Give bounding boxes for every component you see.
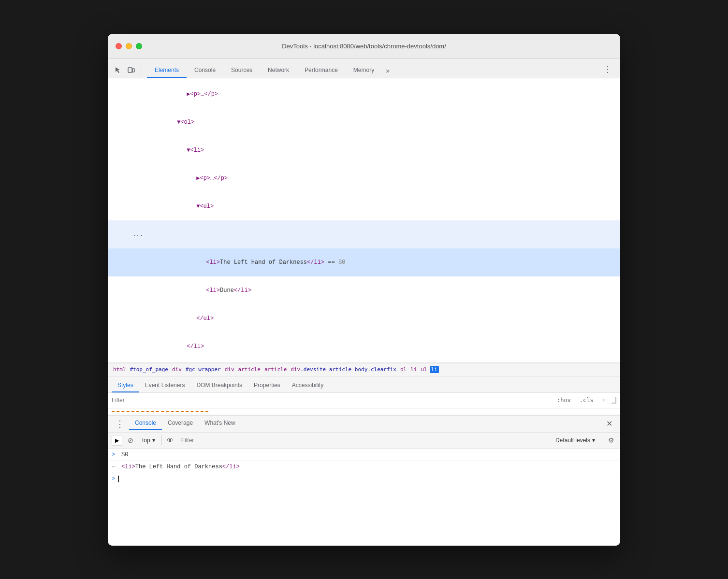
console-cursor [118, 476, 119, 482]
resize-handle[interactable] [612, 397, 616, 404]
svg-rect-0 [128, 68, 132, 72]
cls-button[interactable]: .cls [577, 396, 597, 405]
toolbar-divider2 [603, 435, 603, 445]
toolbar-icons [112, 64, 143, 78]
breadcrumb-item-li1[interactable]: li [409, 366, 418, 373]
breadcrumb-item-ol[interactable]: ol [399, 366, 408, 373]
add-style-button[interactable]: + [599, 396, 609, 405]
dom-line[interactable]: </li> [108, 333, 620, 361]
dom-line[interactable]: ▼<ol> [108, 108, 620, 136]
console-tab-whats-new[interactable]: What's New [199, 417, 241, 430]
tab-memory[interactable]: Memory [346, 64, 382, 78]
tab-divider [141, 65, 141, 75]
styles-filter-input[interactable] [112, 397, 554, 404]
tab-elements[interactable]: Elements [147, 64, 187, 78]
more-tabs-button[interactable]: » [382, 64, 393, 78]
console-return-gutter: ← [112, 463, 121, 471]
close-button[interactable] [116, 43, 122, 49]
device-icon[interactable] [125, 64, 137, 76]
main-tabbar: Elements Console Sources Network Perform… [108, 59, 620, 78]
console-run-button[interactable]: ▶ [112, 435, 122, 446]
console-clear-button[interactable]: ⊘ [125, 435, 136, 446]
console-filter-input[interactable] [178, 436, 550, 445]
devtools-menu-button[interactable]: ⋮ [599, 61, 616, 78]
styles-filter-bar: :hov .cls + [108, 393, 620, 408]
breadcrumb-item-gc-wrapper[interactable]: #gc-wrapper [184, 366, 222, 373]
console-expression-0: $0 [121, 450, 616, 459]
console-return-line-1: ← <li>The Left Hand of Darkness</li> [108, 461, 620, 473]
breadcrumb-item-ul[interactable]: ul [419, 366, 428, 373]
dom-tree-panel: ▶<p>…</p> ▼<ol> ▼<li> ▶<p>…</p> ▼<ul> ..… [108, 78, 620, 363]
console-context-selector[interactable]: top ▾ [139, 435, 159, 445]
console-section: ⋮ Console Coverage What's New ✕ ▶ ⊘ top [108, 415, 620, 546]
svg-rect-1 [132, 69, 134, 72]
window-title: DevTools - localhost:8080/web/tools/chro… [282, 43, 446, 50]
dashed-indicator-bar [108, 408, 620, 415]
tab-sources[interactable]: Sources [223, 64, 260, 78]
tab-console[interactable]: Console [187, 64, 223, 78]
minimize-button[interactable] [126, 43, 132, 49]
dom-line-dots[interactable]: ... [108, 220, 620, 248]
breadcrumb-item-article1[interactable]: article [237, 366, 262, 373]
console-output: > $0 ← <li>The Left Hand of Darkness</li… [108, 449, 620, 546]
tab-styles[interactable]: Styles [112, 379, 139, 392]
console-tab-coverage[interactable]: Coverage [162, 417, 199, 430]
console-toolbar: ▶ ⊘ top ▾ 👁 Default levels ▾ ⚙ [108, 433, 620, 449]
hov-button[interactable]: :hov [554, 396, 574, 405]
console-input-prompt: > [112, 475, 115, 483]
dom-line[interactable]: ▼<li> [108, 136, 620, 164]
dashed-border-indicator [112, 411, 208, 412]
zoom-button[interactable] [136, 43, 142, 49]
breadcrumb-bar: html #top_of_page div #gc-wrapper div ar… [108, 363, 620, 376]
breadcrumb-item-div-class[interactable]: div.devsite-article-body.clearfix [289, 366, 398, 373]
breadcrumb-item-div2[interactable]: div [223, 366, 236, 373]
console-current-input[interactable]: > [108, 473, 620, 485]
dom-line[interactable]: ▼<ul> [108, 192, 620, 220]
console-levels-selector[interactable]: Default levels ▾ [553, 436, 598, 445]
traffic-lights [116, 43, 142, 49]
breadcrumb-item-div1[interactable]: div [171, 366, 183, 373]
console-return-value-1: <li>The Left Hand of Darkness</li> [121, 463, 616, 471]
console-settings-button[interactable]: ⚙ [606, 435, 616, 445]
tab-accessibility[interactable]: Accessibility [286, 379, 329, 392]
dom-line[interactable]: ▶<p>…</p> [108, 164, 620, 192]
console-input-line-1: > $0 [108, 449, 620, 461]
titlebar: DevTools - localhost:8080/web/tools/chro… [108, 34, 620, 59]
console-tab-console[interactable]: Console [129, 417, 162, 430]
dom-line[interactable]: <li>Dune</li> [108, 276, 620, 304]
breadcrumb-item-top-of-page[interactable]: #top_of_page [129, 366, 170, 373]
tab-performance[interactable]: Performance [297, 64, 346, 78]
console-eye-button[interactable]: 👁 [165, 435, 175, 445]
tab-event-listeners[interactable]: Event Listeners [139, 379, 191, 392]
toolbar-divider [161, 435, 162, 445]
breadcrumb-item-li2[interactable]: li [430, 366, 439, 373]
breadcrumb-item-article2[interactable]: article [263, 366, 288, 373]
dom-line[interactable]: ▶<p>…</p> [108, 80, 620, 108]
inspect-icon[interactable] [112, 64, 123, 76]
console-close-button[interactable]: ✕ [602, 417, 616, 430]
console-gutter-prompt: > [112, 450, 121, 459]
dom-line[interactable]: </ul> [108, 304, 620, 333]
tab-network[interactable]: Network [260, 64, 297, 78]
console-tabbar: ⋮ Console Coverage What's New ✕ [108, 415, 620, 433]
devtools-window: DevTools - localhost:8080/web/tools/chro… [108, 34, 620, 546]
console-more-menu[interactable]: ⋮ [112, 417, 129, 431]
filter-actions: :hov .cls + [554, 396, 616, 405]
tab-properties[interactable]: Properties [248, 379, 286, 392]
panel-tabbar: Styles Event Listeners DOM Breakpoints P… [108, 376, 620, 393]
tab-dom-breakpoints[interactable]: DOM Breakpoints [190, 379, 248, 392]
dom-line-selected[interactable]: <li>The Left Hand of Darkness</li> == $0 [108, 248, 620, 276]
breadcrumb-item-html[interactable]: html [112, 366, 128, 373]
